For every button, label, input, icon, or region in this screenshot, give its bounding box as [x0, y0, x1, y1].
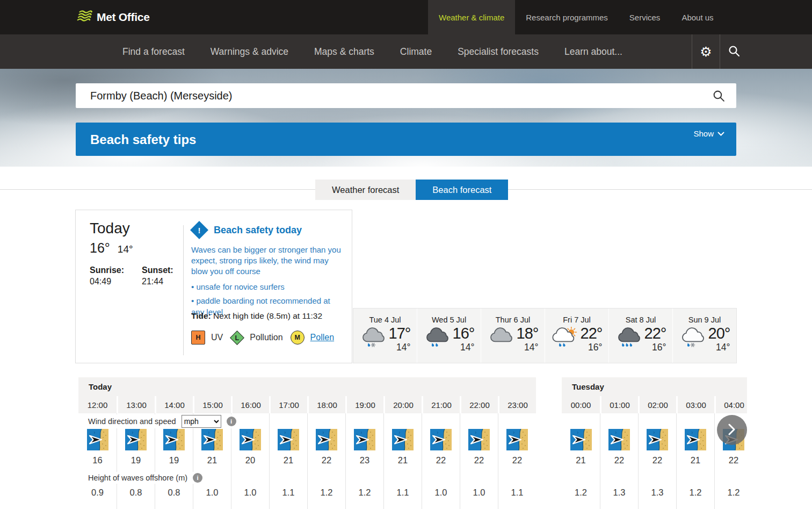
beach-safety-heading: ! Beach safety today: [191, 222, 344, 238]
top-nav-services[interactable]: Services: [619, 0, 671, 34]
day-card-fri-7-jul[interactable]: Fri 7 Jul22°16°: [545, 309, 608, 363]
primary-nav: Weather & climateResearch programmesServ…: [428, 0, 724, 34]
safety-warning-text: Waves can be bigger or stronger than you…: [191, 245, 344, 277]
sub-nav-specialist-forecasts[interactable]: Specialist forecasts: [458, 46, 539, 58]
forecast-nav: Find a forecastWarnings & adviceMaps & c…: [122, 34, 622, 69]
wind-direction-icon: [87, 428, 108, 451]
hour-time: 01:00: [600, 396, 638, 413]
page: Met Office Weather & climateResearch pro…: [0, 0, 812, 509]
hour-column-23-00: 23:00 221.1: [498, 396, 536, 509]
banner-show-toggle[interactable]: Show: [690, 128, 728, 139]
info-icon[interactable]: i: [227, 417, 236, 426]
next-hours-button[interactable]: [717, 415, 747, 445]
hour-cells: 221.0: [460, 413, 498, 509]
wave-height-value: 1.3: [651, 483, 664, 501]
search-icon: [728, 45, 741, 59]
sub-nav-climate[interactable]: Climate: [400, 46, 432, 58]
day-card-sun-9-jul[interactable]: Sun 9 Jul 20°14°: [673, 309, 736, 363]
hourly-table-today: Today12:00 160.913:00 190.814:00 190.815…: [78, 377, 536, 509]
wind-speed-value: 22: [729, 451, 738, 469]
wind-direction-icon: [570, 428, 592, 451]
day-temps: 22°16°: [581, 325, 603, 353]
wind-unit-select[interactable]: mph: [182, 415, 221, 428]
search-nav-button[interactable]: [720, 34, 748, 69]
wind-row-label: Wind direction and speedmphi: [88, 414, 242, 428]
waves-row-label-text: Height of waves offshore (m): [88, 474, 187, 482]
location-search-input[interactable]: [76, 83, 736, 108]
hour-column-13-00: 13:00 190.8: [117, 396, 155, 509]
met-office-logo[interactable]: Met Office: [76, 0, 150, 34]
banner-toggle-label: Show: [693, 129, 714, 138]
day-card-thur-6-jul[interactable]: Thur 6 Jul18°14°: [481, 309, 545, 363]
hourly-table-tuesday: Tuesday00:00 211.201:00 221.302:00 221.3…: [562, 377, 747, 509]
wind-direction-icon: [468, 428, 490, 451]
wind-speed-value: 23: [360, 451, 369, 469]
weather-icon-cloud: [488, 327, 513, 352]
wind-direction-icon: [316, 428, 337, 451]
hour-column-20-00: 20:00 211.1: [383, 396, 422, 509]
hour-column-16-00: 16:00 201.0: [231, 396, 269, 509]
wave-height-value: 1.3: [613, 483, 626, 501]
badge-label: UV: [211, 333, 223, 342]
badge-pollen: MPollen: [291, 331, 334, 345]
tide-label: Tide:: [191, 311, 211, 320]
wave-height-value: 0.9: [91, 483, 104, 501]
sub-nav-learn-about[interactable]: Learn about...: [564, 46, 622, 58]
wind-speed-value: 22: [614, 451, 624, 469]
today-title: Today: [90, 220, 130, 237]
day-main: 16°14°: [424, 325, 475, 353]
day-temps: 18°14°: [517, 325, 539, 353]
info-icon[interactable]: i: [193, 473, 202, 483]
wind-direction-icon: [647, 428, 668, 451]
hour-cells: 231.2: [345, 413, 383, 509]
hour-column-03-00: 03:00 211.2: [676, 396, 714, 509]
safety-bullet: unsafe for novice surfers: [191, 281, 344, 293]
top-nav-about-us[interactable]: About us: [671, 0, 724, 34]
day-high-temp: 20°: [708, 325, 730, 341]
settings-button[interactable]: ⚙: [692, 34, 720, 69]
day-temps: 22°16°: [644, 325, 666, 353]
day-date: Sat 8 Jul: [626, 316, 656, 324]
wind-speed-value: 22: [474, 451, 484, 469]
top-nav-weather-climate[interactable]: Weather & climate: [428, 0, 515, 34]
tide-text: Next high tide (8.5m) at 11:32: [213, 311, 322, 320]
hour-time: 12:00: [78, 396, 117, 413]
wave-height-value: 0.8: [130, 483, 142, 501]
secondary-nav-bar: Find a forecastWarnings & adviceMaps & c…: [0, 34, 812, 69]
tab-weather-forecast[interactable]: Weather forecast: [315, 180, 416, 200]
day-date: Tue 4 Jul: [369, 316, 401, 324]
hour-time: 19:00: [345, 396, 383, 413]
hero-sky: Beach safety tips Show: [0, 69, 812, 167]
today-high-temp: 16°: [90, 240, 110, 256]
top-header: Met Office Weather & climateResearch pro…: [0, 0, 812, 34]
hour-time: 22:00: [460, 396, 498, 413]
tab-beach-forecast[interactable]: Beach forecast: [416, 180, 508, 200]
sub-nav-find-a-forecast[interactable]: Find a forecast: [122, 46, 185, 58]
environment-badges: HUVLPollutionMPollen: [191, 331, 334, 345]
day-temps: 16°14°: [453, 325, 475, 353]
daily-forecast-strip: Tue 4 Jul 17°14°Wed 5 Jul16°14°Thur 6 Ju…: [353, 308, 737, 363]
hour-time: 23:00: [498, 396, 536, 413]
day-date: Sun 9 Jul: [688, 316, 721, 324]
day-main: 22°16°: [552, 325, 603, 353]
hour-column-21-00: 21:00 221.0: [422, 396, 460, 509]
day-card-wed-5-jul[interactable]: Wed 5 Jul16°14°: [417, 309, 481, 363]
day-card-sat-8-jul[interactable]: Sat 8 Jul22°16°: [609, 309, 672, 363]
badge-label: Pollution: [250, 333, 282, 342]
logo-waves-icon: [76, 9, 93, 25]
badge-label[interactable]: Pollen: [310, 333, 334, 342]
day-temps: 17°14°: [389, 325, 411, 353]
wind-direction-icon: [685, 428, 706, 451]
day-high-temp: 18°: [517, 325, 539, 341]
search-submit-icon[interactable]: [712, 89, 726, 105]
wind-direction-icon: [354, 428, 375, 451]
wave-height-value: 1.0: [435, 483, 447, 501]
sub-nav-maps-charts[interactable]: Maps & charts: [314, 46, 374, 58]
sub-nav-warnings-advice[interactable]: Warnings & advice: [211, 46, 288, 58]
top-nav-research-programmes[interactable]: Research programmes: [515, 0, 619, 34]
hour-time: 20:00: [383, 396, 422, 413]
square-badge-icon: H: [191, 331, 205, 345]
sunset-time: 21:44: [142, 277, 163, 286]
hour-time: 14:00: [155, 396, 193, 413]
day-card-tue-4-jul[interactable]: Tue 4 Jul 17°14°: [353, 309, 417, 363]
